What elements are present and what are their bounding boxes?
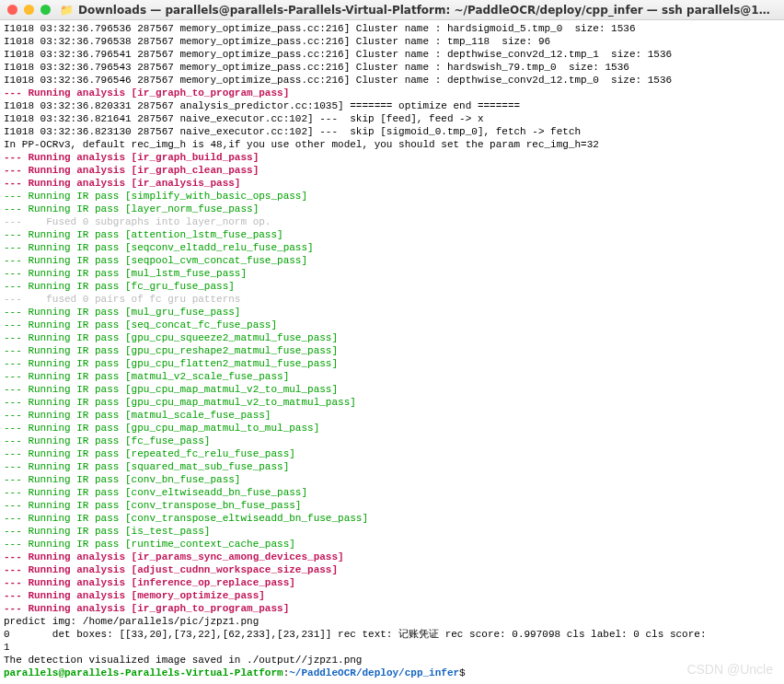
window-titlebar: 📁 Downloads — parallels@parallels-Parall… [0, 0, 784, 20]
minimize-icon[interactable] [24, 5, 34, 15]
log-line: --- fused 0 pairs of fc gru patterns [4, 293, 780, 306]
log-line: I1018 03:32:36.796536 287567 memory_opti… [4, 22, 780, 35]
log-line: I1018 03:32:36.796541 287567 memory_opti… [4, 48, 780, 61]
log-line: --- Running analysis [ir_analysis_pass] [4, 177, 780, 190]
log-line: --- Running analysis [ir_graph_build_pas… [4, 151, 780, 164]
log-line: --- Running analysis [ir_graph_to_progra… [4, 602, 780, 615]
prompt-suffix: $ [459, 667, 471, 678]
log-line: --- Running IR pass [fc_gru_fuse_pass] [4, 280, 780, 293]
log-line: --- Running IR pass [conv_transpose_bn_f… [4, 499, 780, 512]
log-line: --- Running analysis [adjust_cudnn_works… [4, 563, 780, 576]
log-line: I1018 03:32:36.796543 287567 memory_opti… [4, 61, 780, 74]
log-line: I1018 03:32:36.821641 287567 naive_execu… [4, 112, 780, 125]
traffic-lights [7, 5, 51, 15]
log-line: --- Running IR pass [conv_eltwiseadd_bn_… [4, 486, 780, 499]
log-line: --- Running IR pass [gpu_cpu_map_matmul_… [4, 396, 780, 409]
prompt-line[interactable]: parallels@parallels-Parallels-Virtual-Pl… [4, 667, 780, 679]
log-line: --- Running IR pass [mul_gru_fuse_pass] [4, 306, 780, 319]
log-line: I1018 03:32:36.796538 287567 memory_opti… [4, 35, 780, 48]
log-line: --- Running analysis [ir_graph_clean_pas… [4, 164, 780, 177]
log-line: --- Running IR pass [runtime_context_cac… [4, 538, 780, 551]
log-line: 1 [4, 641, 780, 654]
log-line: --- Running IR pass [conv_transpose_eltw… [4, 512, 780, 525]
prompt-path: ~/PaddleOCR/deploy/cpp_infer [289, 667, 459, 678]
log-line: --- Running IR pass [matmul_scale_fuse_p… [4, 409, 780, 422]
log-line: --- Running analysis [ir_graph_to_progra… [4, 87, 780, 99]
maximize-icon[interactable] [40, 5, 51, 15]
log-line: predict img: /home/parallels/pic/jzpz1.p… [4, 615, 780, 628]
log-line: --- Running IR pass [gpu_cpu_squeeze2_ma… [4, 331, 780, 344]
log-line: --- Running IR pass [gpu_cpu_map_matmul_… [4, 383, 780, 396]
log-line: --- Running IR pass [conv_bn_fuse_pass] [4, 473, 780, 486]
log-line: The detection visualized image saved in … [4, 654, 780, 667]
log-line: --- Running analysis [memory_optimize_pa… [4, 589, 780, 602]
log-line: 0 det boxes: [[33,20],[73,22],[62,233],[… [4, 628, 780, 641]
log-line: --- Running IR pass [seqpool_cvm_concat_… [4, 254, 780, 267]
log-line: --- Running IR pass [repeated_fc_relu_fu… [4, 447, 780, 460]
log-line: I1018 03:32:36.823130 287567 naive_execu… [4, 125, 780, 138]
log-line: --- Running IR pass [squared_mat_sub_fus… [4, 460, 780, 473]
log-line: I1018 03:32:36.820331 287567 analysis_pr… [4, 99, 780, 112]
log-line: --- Running IR pass [gpu_cpu_map_matmul_… [4, 422, 780, 435]
folder-icon: 📁 [60, 4, 74, 17]
log-line: --- Running IR pass [simplify_with_basic… [4, 190, 780, 203]
log-line: I1018 03:32:36.796546 287567 memory_opti… [4, 74, 780, 87]
log-line: --- Running analysis [ir_params_sync_amo… [4, 551, 780, 563]
close-icon[interactable] [7, 5, 17, 15]
log-line: --- Running IR pass [seq_concat_fc_fuse_… [4, 319, 780, 331]
window-title: Downloads — parallels@parallels-Parallel… [78, 4, 777, 17]
log-line: --- Fused 0 subgraphs into layer_norm op… [4, 215, 780, 228]
log-line: In PP-OCRv3, default rec_img_h is 48,if … [4, 138, 780, 151]
terminal-output[interactable]: I1018 03:32:36.796536 287567 memory_opti… [0, 20, 784, 684]
log-line: --- Running IR pass [attention_lstm_fuse… [4, 228, 780, 241]
log-line: --- Running IR pass [layer_norm_fuse_pas… [4, 203, 780, 215]
log-line: --- Running IR pass [matmul_v2_scale_fus… [4, 370, 780, 383]
log-line: --- Running IR pass [gpu_cpu_reshape2_ma… [4, 344, 780, 357]
log-line: --- Running IR pass [mul_lstm_fuse_pass] [4, 267, 780, 280]
log-line: --- Running IR pass [gpu_cpu_flatten2_ma… [4, 357, 780, 370]
prompt-host: parallels@parallels-Parallels-Virtual-Pl… [4, 667, 283, 678]
log-line: --- Running IR pass [fc_fuse_pass] [4, 435, 780, 447]
log-line: --- Running IR pass [seqconv_eltadd_relu… [4, 241, 780, 254]
log-line: --- Running analysis [inference_op_repla… [4, 576, 780, 589]
log-line: --- Running IR pass [is_test_pass] [4, 525, 780, 538]
